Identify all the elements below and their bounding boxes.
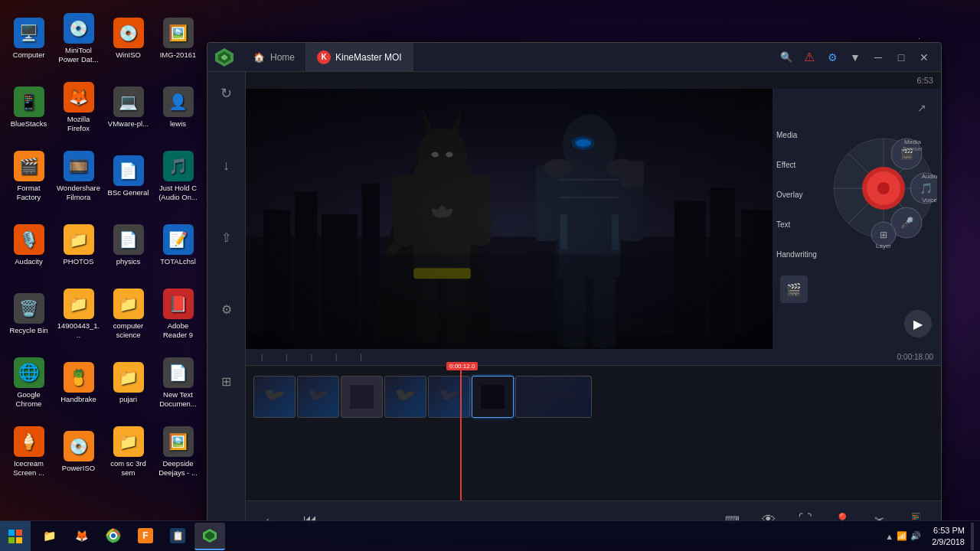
sidebar-refresh-btn[interactable]: ↻ (213, 80, 240, 107)
sidebar-layers-btn[interactable]: ⊞ (213, 367, 240, 395)
windows-logo (8, 529, 23, 544)
desktop-icon-lewis[interactable]: 👤 lewis (153, 73, 203, 142)
taskbar-format-factory[interactable]: F (130, 523, 161, 550)
desktop-icon-justhold[interactable]: 🎵 Just Hold C (Audio On... (153, 142, 203, 210)
minimize-button[interactable]: ─ (867, 47, 889, 68)
track-clip-4[interactable] (384, 376, 426, 418)
adobe-reader-label: Adobe Reader 9 (156, 321, 200, 339)
desktop-icon-computer[interactable]: 🖥️ Computer (4, 4, 54, 73)
desktop-icon-firefox[interactable]: 🦊 Mozilla Firefox (54, 73, 103, 142)
track-clip-1[interactable] (253, 376, 296, 418)
desktop-icon-photos[interactable]: 📁 PHOTOS (54, 210, 103, 279)
vmware-label: VMware-pl... (108, 119, 149, 128)
tray-volume-icon[interactable]: 🔊 (910, 531, 921, 541)
desktop-icon-audacity[interactable]: 🎙️ Audacity (4, 210, 54, 279)
start-button[interactable] (0, 521, 31, 552)
desktop-icon-new-text[interactable]: 📄 New Text Documen... (153, 348, 203, 417)
km-timer: 6:53 (917, 76, 933, 85)
desktop-icon-vmware[interactable]: 💻 VMware-pl... (103, 73, 153, 142)
desktop-icon-adobe-reader[interactable]: 📕 Adobe Reader 9 (153, 279, 203, 348)
desktop-icon-winiso[interactable]: 💿 WinISO (103, 4, 153, 73)
desktop-icon-physics[interactable]: 📄 physics (103, 210, 153, 279)
km-extra-btn[interactable]: 🎬 (780, 276, 808, 303)
svg-rect-68 (16, 537, 22, 543)
taskbar-firefox[interactable]: 🦊 (66, 523, 96, 550)
batman-scene (246, 89, 773, 349)
desktop-icon-filmora[interactable]: 🎞️ Wondershare Filmora (54, 142, 103, 210)
vmware-icon: 💻 (113, 86, 144, 117)
desktop-icon-handbrake[interactable]: 🍍 Handbrake (54, 348, 103, 417)
svg-rect-67 (8, 537, 15, 543)
maximize-button[interactable]: □ (890, 47, 912, 68)
ruler-mark-3: | (335, 354, 337, 361)
close-button[interactable]: ✕ (913, 47, 935, 68)
desktop-icon-com-sc[interactable]: 📁 com sc 3rd sem (103, 417, 153, 486)
desktop-icon-recycle-bin[interactable]: 🗑️ Recycle Bin (4, 279, 54, 348)
desktop-icon-img[interactable]: 🖼️ IMG-20161 (153, 4, 203, 73)
window-controls: 🔍 ⚠ ⚙ ▼ ─ □ ✕ (769, 47, 941, 68)
desktop-icon-deepside[interactable]: 🖼️ Deepside Deejays - ... (153, 417, 203, 486)
desktop-icon-bluestacks[interactable]: 📱 BlueStacks (4, 73, 54, 142)
tray-network-icon: 📶 (897, 531, 907, 541)
taskbar-chrome[interactable] (98, 523, 129, 550)
format-factory-taskbar-icon: F (138, 528, 153, 543)
chrome-taskbar-icon (106, 528, 121, 543)
desktop-icon-minitool[interactable]: 💿 MiniTool Power Dat... (54, 4, 103, 73)
taskbar-clock[interactable]: 6:53 PM 2/9/2018 (932, 525, 965, 547)
adobe-reader-icon: 📕 (163, 289, 194, 319)
show-desktop-btn[interactable] (971, 523, 974, 550)
desktop-icon-pujari[interactable]: 📁 pujari (103, 348, 153, 417)
audacity-label: Audacity (15, 257, 42, 266)
sidebar-down-btn[interactable]: ↓ (213, 152, 240, 179)
desktop-icon-chrome[interactable]: 🌐 Google Chrome (4, 348, 54, 417)
ruler-mark-1: | (286, 354, 287, 361)
tab-home[interactable]: 🏠 Home (241, 43, 306, 71)
km-play-button[interactable]: ▶ (904, 310, 932, 337)
handbrake-label: Handbrake (60, 395, 96, 403)
desktop-icon-bsc[interactable]: 📄 BSc General (103, 142, 153, 210)
svg-text:Media: Media (904, 139, 921, 145)
svg-text:🎵: 🎵 (920, 182, 933, 195)
search-window-btn[interactable]: 🔍 (776, 47, 797, 68)
pujari-label: pujari (119, 395, 137, 403)
tab-kinemaster[interactable]: K KineMaster MOI (306, 43, 413, 71)
desktop-icon-14900443[interactable]: 📁 14900443_1... (54, 279, 103, 348)
handwriting-label: Handwriting (776, 250, 817, 259)
new-text-icon: 📄 (163, 357, 194, 388)
track-clip-3[interactable] (341, 376, 383, 418)
svg-text:Browser: Browser (903, 146, 923, 152)
ruler-marks: | | | | | (253, 354, 933, 361)
km-preview-area: ↗ Media Effect Overlay Text Handwriting (246, 89, 941, 349)
kinemaster-tab-icon: K (317, 51, 331, 64)
dropdown-window-btn[interactable]: ▼ (844, 47, 866, 68)
sidebar-share-btn[interactable]: ⇧ (213, 223, 240, 251)
track-clip-7[interactable] (515, 376, 592, 418)
track-clip-6[interactable] (472, 376, 514, 418)
icecream-label: Icecream Screen ... (7, 459, 51, 477)
desktop-icon-computer-science[interactable]: 📁 computer science (103, 279, 153, 348)
physics-label: physics (116, 257, 141, 266)
tray-arrow[interactable]: ▲ (885, 532, 893, 541)
taskbar-explorer[interactable]: 📁 (34, 523, 64, 550)
track-clip-5[interactable] (428, 376, 470, 418)
new-text-label: New Text Documen... (156, 390, 200, 408)
alert-window-btn[interactable]: ⚠ (799, 47, 820, 68)
ruler-mark-2: | (311, 354, 312, 361)
com-sc-label: com sc 3rd sem (106, 459, 150, 477)
desktop-icon-format-factory[interactable]: 🎬 Format Factory (4, 142, 54, 210)
track-clip-2[interactable] (297, 376, 339, 418)
firefox-taskbar-icon: 🦊 (74, 528, 89, 543)
text-label: Text (776, 220, 817, 229)
desktop-icon-totalchsl[interactable]: 📝 TOTALchsl (153, 210, 203, 279)
clock-time: 6:53 PM (932, 525, 965, 536)
circular-menu-svg[interactable]: 🎬 🎵 🎤 ⊞ (815, 112, 937, 265)
sidebar-settings-btn[interactable]: ⚙ (213, 295, 240, 323)
pujari-icon: 📁 (113, 362, 144, 393)
bluestacks-label: BlueStacks (11, 119, 47, 128)
settings-window-btn[interactable]: ⚙ (822, 47, 843, 68)
taskbar-unknown1[interactable]: 📋 (162, 523, 193, 550)
bluestacks-taskbar-icon (202, 528, 217, 543)
desktop-icon-icecream[interactable]: 🍦 Icecream Screen ... (4, 417, 54, 486)
desktop-icon-poweriso[interactable]: 💿 PowerISO (54, 417, 103, 486)
taskbar-bluestacks[interactable] (194, 523, 225, 550)
